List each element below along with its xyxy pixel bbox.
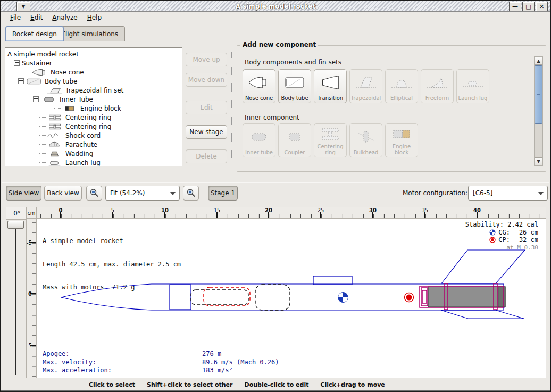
tree-item-body-tube[interactable]: Body tube	[5, 77, 182, 86]
tree-item-centering-ring-1[interactable]: Centering ring	[5, 113, 182, 122]
menu-edit[interactable]: Edit	[27, 12, 46, 23]
engine-block-icon	[386, 124, 418, 144]
menu-bar: File Edit Analyze Help	[1, 11, 550, 24]
scrollbar-thumb[interactable]	[535, 65, 542, 124]
collapse-icon[interactable]	[18, 78, 24, 84]
tree-item-parachute[interactable]: Parachute	[5, 140, 182, 149]
maximize-button[interactable]: □	[522, 2, 535, 11]
add-component-panel: Add new component Body components and fi…	[237, 45, 546, 172]
edit-button[interactable]: Edit	[186, 101, 227, 114]
rocket-dimensions: Length 42.5 cm, max. diameter 2.5 cm	[43, 261, 181, 269]
flight-stats: Apogee:276 m Max. velocity:89.6 m/s (Mac…	[43, 350, 279, 375]
close-button[interactable]: ✕	[536, 2, 548, 11]
ruler-unit-label: cm	[26, 207, 37, 219]
nose-cone-icon	[243, 70, 275, 95]
max-acceleration-value: 183 m/s²	[202, 366, 233, 375]
add-engine-block-button[interactable]: Engine block	[385, 123, 418, 157]
view-toolbar: Side view Back view Fit (54.2%) Stage 1 …	[1, 184, 550, 204]
add-elliptical-fin-button[interactable]: Elliptical	[385, 69, 418, 103]
cp-legend-icon	[489, 237, 496, 243]
tree-item-launch-lug[interactable]: Launch lug	[5, 158, 182, 166]
move-down-button[interactable]: Move down	[186, 73, 227, 87]
tab-row: Rocket design Flight simulations	[1, 25, 550, 41]
tree-item-nose-cone[interactable]: Nose cone	[5, 68, 182, 77]
add-trapezoidal-fin-button[interactable]: Trapezoidal	[349, 69, 382, 103]
tree-item-sustainer[interactable]: Sustainer	[5, 59, 182, 68]
tab-rocket-design[interactable]: Rocket design	[5, 26, 64, 41]
inner-tube-icon	[243, 124, 275, 149]
parachute-outline[interactable]	[204, 287, 250, 306]
add-launch-lug-button[interactable]: Launch lug	[456, 69, 489, 103]
tab-flight-simulations[interactable]: Flight simulations	[55, 26, 125, 41]
launch-lug-outline[interactable]	[313, 276, 352, 285]
scroll-down-icon[interactable]: ▼	[535, 157, 542, 165]
tree-item-shock-cord[interactable]: Shock cord	[5, 131, 182, 140]
inner-tube-icon	[41, 96, 57, 103]
back-view-toggle[interactable]: Back view	[44, 186, 82, 201]
collapse-icon[interactable]	[14, 60, 20, 66]
title-bar: ▼ A simple model rocket — □ ✕	[1, 1, 550, 12]
chevron-down-icon	[170, 192, 176, 195]
motor-configuration-combo[interactable]: [C6-5]	[468, 186, 548, 201]
rocket-design-canvas[interactable]: A simple model rocket Length 42.5 cm, ma…	[37, 219, 546, 378]
delete-button[interactable]: Delete	[186, 149, 227, 163]
add-nose-cone-button[interactable]: Nose cone	[243, 69, 276, 103]
component-scrollbar[interactable]: ▲ ▼	[534, 56, 543, 166]
minimize-button[interactable]: —	[509, 2, 521, 11]
wadding-icon	[47, 150, 63, 157]
menu-file[interactable]: File	[6, 12, 24, 23]
add-inner-tube-button[interactable]: Inner tube	[243, 123, 276, 157]
cg-marker	[338, 293, 348, 303]
stage-1-toggle[interactable]: Stage 1	[208, 186, 238, 201]
body-tube-icon	[26, 78, 42, 85]
transition-icon	[314, 70, 346, 95]
mach-note: at M=0.30	[465, 244, 538, 252]
add-body-tube-button[interactable]: Body tube	[278, 69, 311, 103]
tree-item-fin-set[interactable]: Trapezoidal fin set	[5, 86, 182, 95]
rotation-slider-handle[interactable]	[7, 221, 24, 229]
tree-item-engine-block[interactable]: Engine block	[5, 104, 182, 113]
window-title: A simple model rocket	[1, 3, 550, 10]
add-centering-ring-button[interactable]: Centering ring	[314, 123, 347, 157]
add-coupler-button[interactable]: Coupler	[278, 123, 311, 157]
component-tree[interactable]: A simple model rocket Sustainer Nose con…	[5, 47, 182, 166]
wadding-outline[interactable]	[255, 285, 290, 310]
launch-lug-icon	[47, 159, 63, 166]
tree-item-inner-tube[interactable]: Inner Tube	[5, 95, 182, 104]
side-view-toggle[interactable]: Side view	[6, 186, 41, 201]
tree-item-rocket[interactable]: A simple model rocket	[5, 49, 182, 59]
tree-item-centering-ring-2[interactable]: Centering ring	[5, 122, 182, 131]
centering-ring-icon	[47, 123, 63, 130]
motor-configuration-label: Motor configuration:	[403, 189, 467, 197]
add-transition-button[interactable]: Transition	[314, 69, 347, 103]
body-components-label: Body components and fin sets	[245, 59, 341, 66]
zoom-out-button[interactable]	[86, 186, 102, 201]
zoom-level-combo[interactable]: Fit (54.2%)	[105, 186, 180, 201]
add-freeform-fin-button[interactable]: Freeform	[421, 69, 454, 103]
move-up-button[interactable]: Move up	[186, 53, 227, 66]
apogee-value: 276 m	[202, 350, 221, 358]
shock-cord-outline[interactable]	[191, 290, 248, 305]
zoom-in-button[interactable]	[183, 186, 199, 201]
body-tube-icon	[279, 70, 311, 95]
tree-item-wadding[interactable]: Wadding	[5, 149, 182, 158]
add-bulkhead-button[interactable]: Bulkhead	[349, 123, 382, 157]
launch-lug-icon	[457, 70, 489, 95]
centering-ring-icon	[47, 114, 63, 121]
rotation-slider-track[interactable]	[15, 227, 16, 375]
app-window: ▼ A simple model rocket — □ ✕ File Edit …	[0, 0, 551, 392]
menu-analyze[interactable]: Analyze	[48, 12, 81, 23]
menu-help[interactable]: Help	[84, 12, 105, 23]
scroll-up-icon[interactable]: ▲	[535, 57, 542, 65]
cg-legend-icon	[489, 229, 496, 236]
section-divider	[2, 181, 549, 183]
horizontal-ruler: 0 5 10 15 20 25 30 35 40	[37, 207, 546, 219]
trapezoidal-fin-icon	[350, 70, 382, 95]
new-stage-button[interactable]: New stage	[186, 125, 227, 139]
magnifier-plus-icon	[186, 188, 196, 198]
stability-info: Stability: 2.42 cal CG: 26 cm CP: 32 cm …	[465, 221, 538, 252]
nose-cone-icon	[32, 69, 48, 76]
bulkhead-icon	[350, 124, 382, 149]
collapse-icon[interactable]	[33, 96, 39, 102]
parachute-icon	[47, 141, 63, 148]
